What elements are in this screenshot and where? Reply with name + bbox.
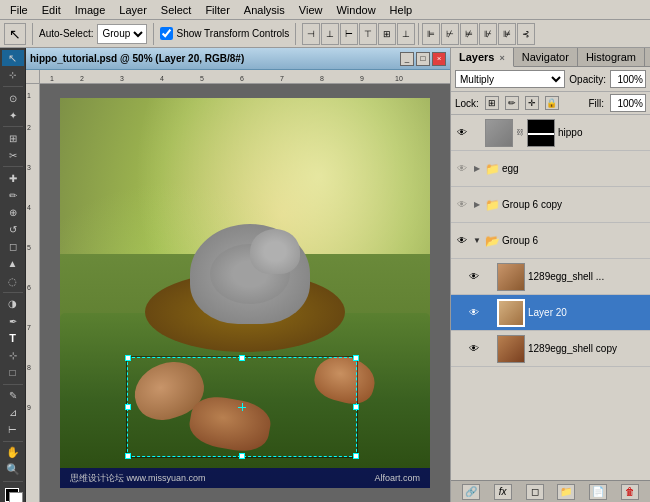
tool-brush[interactable]: ✏ bbox=[2, 187, 24, 203]
align-left-btn[interactable]: ⊣ bbox=[302, 23, 320, 45]
tool-annotate[interactable]: ✎ bbox=[2, 387, 24, 403]
tool-heal[interactable]: ✚ bbox=[2, 170, 24, 186]
tool-measure[interactable]: ⊢ bbox=[2, 422, 24, 438]
tab-navigator[interactable]: Navigator bbox=[514, 48, 578, 66]
doc-minimize-btn[interactable]: _ bbox=[400, 52, 414, 66]
align-center-v-btn[interactable]: ⊞ bbox=[378, 23, 396, 45]
sel-handle-mr[interactable] bbox=[353, 404, 359, 410]
doc-close-btn[interactable]: × bbox=[432, 52, 446, 66]
menu-view[interactable]: View bbox=[293, 3, 329, 17]
sel-handle-bm[interactable] bbox=[239, 453, 245, 459]
tool-magic[interactable]: ✦ bbox=[2, 107, 24, 123]
distribute1-btn[interactable]: ⊫ bbox=[422, 23, 440, 45]
distribute2-btn[interactable]: ⊬ bbox=[441, 23, 459, 45]
layer-visibility-hippo[interactable]: 👁 bbox=[455, 126, 469, 140]
tool-hand[interactable]: ✋ bbox=[2, 445, 24, 461]
layer-thumb-egg-shell bbox=[497, 263, 525, 291]
align-top-btn[interactable]: ⊤ bbox=[359, 23, 377, 45]
fill-input[interactable] bbox=[610, 94, 646, 112]
sel-handle-tl[interactable] bbox=[125, 355, 131, 361]
layer-item-egg[interactable]: 👁 ▶ 📁 egg bbox=[451, 151, 650, 187]
lock-move-btn[interactable]: ✛ bbox=[525, 96, 539, 110]
menu-filter[interactable]: Filter bbox=[199, 3, 235, 17]
doc-maximize-btn[interactable]: □ bbox=[416, 52, 430, 66]
layer-mask-btn[interactable]: ◻ bbox=[526, 484, 544, 500]
layer-expand-group6[interactable]: ▼ bbox=[472, 236, 482, 246]
tool-blur[interactable]: ◌ bbox=[2, 273, 24, 289]
sel-handle-br[interactable] bbox=[353, 453, 359, 459]
layer-visibility-egg[interactable]: 👁 bbox=[455, 162, 469, 176]
menu-window[interactable]: Window bbox=[330, 3, 381, 17]
tab-layers-close[interactable]: × bbox=[500, 53, 505, 63]
move-tool-btn[interactable]: ↖ bbox=[4, 23, 26, 45]
tool-slice[interactable]: ✂ bbox=[2, 147, 24, 163]
layer-delete-btn[interactable]: 🗑 bbox=[621, 484, 639, 500]
tool-shape[interactable]: □ bbox=[2, 364, 24, 380]
sel-handle-bl[interactable] bbox=[125, 453, 131, 459]
layer-expand-egg[interactable]: ▶ bbox=[472, 164, 482, 174]
tool-history[interactable]: ↺ bbox=[2, 222, 24, 238]
tool-dodge[interactable]: ◑ bbox=[2, 296, 24, 312]
tool-clone[interactable]: ⊕ bbox=[2, 204, 24, 220]
layer-link-btn[interactable]: 🔗 bbox=[462, 484, 480, 500]
sel-handle-ml[interactable] bbox=[125, 404, 131, 410]
layer-name-egg-shell: 1289egg_shell ... bbox=[528, 271, 646, 282]
tool-crop[interactable]: ⊞ bbox=[2, 130, 24, 146]
layer-item-group6[interactable]: 👁 ▼ 📂 Group 6 bbox=[451, 223, 650, 259]
tool-select[interactable]: ↖ bbox=[2, 50, 24, 66]
layer-visibility-egg-shell[interactable]: 👁 bbox=[467, 270, 481, 284]
tool-select-path[interactable]: ⊹ bbox=[2, 347, 24, 363]
menu-image[interactable]: Image bbox=[69, 3, 112, 17]
tool-pen[interactable]: ✒ bbox=[2, 313, 24, 329]
align-center-h-btn[interactable]: ⊥ bbox=[321, 23, 339, 45]
sel-handle-tm[interactable] bbox=[239, 355, 245, 361]
menu-select[interactable]: Select bbox=[155, 3, 198, 17]
layer-visibility-egg-shell-copy[interactable]: 👁 bbox=[467, 342, 481, 356]
layer-new-btn[interactable]: 📄 bbox=[589, 484, 607, 500]
lock-all-btn[interactable]: 🔒 bbox=[545, 96, 559, 110]
tool-lasso[interactable]: ⊙ bbox=[2, 90, 24, 106]
tab-histogram[interactable]: Histogram bbox=[578, 48, 645, 66]
autoselect-select[interactable]: Group Layer bbox=[97, 24, 147, 44]
layer-visibility-group6[interactable]: 👁 bbox=[455, 234, 469, 248]
menu-analysis[interactable]: Analysis bbox=[238, 3, 291, 17]
lock-paint-btn[interactable]: ✏ bbox=[505, 96, 519, 110]
distribute4-btn[interactable]: ⊮ bbox=[479, 23, 497, 45]
tool-text[interactable]: T bbox=[2, 330, 24, 346]
blend-mode-select[interactable]: Multiply Normal Screen Overlay bbox=[455, 70, 565, 88]
show-transform-checkbox[interactable] bbox=[160, 27, 173, 40]
sel-handle-tr[interactable] bbox=[353, 355, 359, 361]
layer-visibility-layer20[interactable]: 👁 bbox=[467, 306, 481, 320]
menu-file[interactable]: File bbox=[4, 3, 34, 17]
layer-item-egg-shell-copy[interactable]: 👁 1289egg_shell copy bbox=[451, 331, 650, 367]
tab-layers[interactable]: Layers × bbox=[451, 48, 514, 67]
distribute6-btn[interactable]: ⊰ bbox=[517, 23, 535, 45]
layer-item-layer20[interactable]: 👁 Layer 20 bbox=[451, 295, 650, 331]
layer-visibility-group6copy[interactable]: 👁 bbox=[455, 198, 469, 212]
menu-help[interactable]: Help bbox=[384, 3, 419, 17]
layer-item-hippo[interactable]: 👁 ⛓ hippo bbox=[451, 115, 650, 151]
tool-eyedropper[interactable]: ⊿ bbox=[2, 404, 24, 420]
tool-select2[interactable]: ⊹ bbox=[2, 67, 24, 83]
layer-expand-hippo bbox=[472, 128, 482, 138]
opacity-input[interactable] bbox=[610, 70, 646, 88]
layer-group-btn[interactable]: 📁 bbox=[557, 484, 575, 500]
menu-edit[interactable]: Edit bbox=[36, 3, 67, 17]
align-bottom-btn[interactable]: ⊥ bbox=[397, 23, 415, 45]
layer-item-group6copy[interactable]: 👁 ▶ 📁 Group 6 copy bbox=[451, 187, 650, 223]
toolbar-separator-1 bbox=[32, 23, 33, 45]
lock-pixels-btn[interactable]: ⊞ bbox=[485, 96, 499, 110]
layer-item-egg-shell[interactable]: 👁 1289egg_shell ... bbox=[451, 259, 650, 295]
align-right-btn[interactable]: ⊢ bbox=[340, 23, 358, 45]
canvas-scroll[interactable]: 思维设计论坛 www.missyuan.com Alfoart.com bbox=[40, 84, 450, 502]
layer-fx-btn[interactable]: fx bbox=[494, 484, 512, 500]
menu-layer[interactable]: Layer bbox=[113, 3, 153, 17]
tool-fill[interactable]: ▲ bbox=[2, 256, 24, 272]
show-transform-label[interactable]: Show Transform Controls bbox=[160, 27, 289, 40]
distribute5-btn[interactable]: ⊯ bbox=[498, 23, 516, 45]
foreground-color[interactable] bbox=[2, 485, 24, 501]
distribute3-btn[interactable]: ⊭ bbox=[460, 23, 478, 45]
layer-expand-group6copy[interactable]: ▶ bbox=[472, 200, 482, 210]
tool-eraser[interactable]: ◻ bbox=[2, 239, 24, 255]
tool-zoom[interactable]: 🔍 bbox=[2, 462, 24, 478]
